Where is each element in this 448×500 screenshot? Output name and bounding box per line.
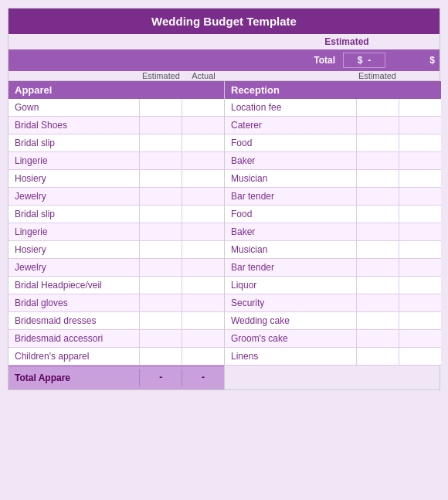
actual-cell[interactable] — [182, 134, 224, 151]
actual-cell[interactable] — [182, 330, 224, 347]
table-row: Bridal Headpiece/veil — [8, 277, 224, 294]
extra-cell-right[interactable] — [399, 330, 441, 347]
estimated-cell[interactable] — [139, 348, 182, 365]
actual-cell[interactable] — [182, 277, 224, 294]
estimated-cell-right[interactable] — [356, 99, 399, 116]
actual-cell[interactable] — [182, 223, 224, 240]
table-row: Bar tender — [225, 259, 441, 277]
estimated-cell[interactable] — [139, 241, 182, 258]
estimated-cell[interactable] — [139, 188, 182, 205]
table-row: Bridal slip — [8, 206, 224, 223]
extra-cell-right[interactable] — [399, 223, 441, 240]
extra-cell-right[interactable] — [399, 188, 441, 205]
list-item: Jewelry — [8, 189, 139, 204]
estimated-cell[interactable] — [139, 99, 182, 116]
table-row: Food — [225, 206, 441, 223]
estimated-cell[interactable] — [139, 170, 182, 187]
extra-cell-right[interactable] — [399, 152, 441, 169]
actual-cell[interactable] — [182, 152, 224, 169]
table-row: Security — [225, 294, 441, 312]
extra-cell-right[interactable] — [399, 259, 441, 276]
list-item: Food — [225, 135, 356, 151]
list-item: Lingerie — [8, 224, 139, 240]
table-row: Linens — [225, 348, 441, 366]
actual-cell[interactable] — [182, 99, 224, 116]
apparel-section-header: Apparel — [8, 81, 224, 99]
list-item: Musician — [225, 242, 356, 257]
estimated-cell-right[interactable] — [356, 223, 399, 240]
list-item: Bridesmaid dresses — [8, 313, 139, 328]
list-item: Bridal gloves — [8, 295, 139, 311]
estimated-cell-right[interactable] — [356, 117, 399, 134]
extra-cell-right[interactable] — [399, 294, 441, 311]
table-row: Hosiery — [8, 241, 224, 259]
table-row: Wedding cake — [225, 312, 441, 330]
table-row: Musician — [225, 241, 441, 259]
list-item: Wedding cake — [225, 313, 356, 328]
estimated-cell[interactable] — [139, 294, 182, 311]
extra-cell-right[interactable] — [399, 170, 441, 187]
actual-cell[interactable] — [182, 241, 224, 258]
apparel-total-estimated: - — [139, 369, 182, 386]
actual-cell[interactable] — [182, 206, 224, 223]
table-row: Bridesmaid accessori — [8, 330, 224, 348]
actual-cell[interactable] — [182, 294, 224, 311]
extra-cell-right[interactable] — [399, 241, 441, 258]
total-dollar-right: $ — [396, 55, 435, 66]
estimated-cell-right[interactable] — [356, 348, 399, 365]
list-item: Linens — [225, 349, 356, 364]
estimated-cell[interactable] — [139, 330, 182, 347]
table-row: Location fee — [225, 99, 441, 117]
estimated-cell[interactable] — [139, 223, 182, 240]
actual-cell[interactable] — [182, 188, 224, 205]
list-item: Bridal Headpiece/veil — [8, 277, 139, 293]
estimated-cell-right[interactable] — [356, 259, 399, 276]
actual-cell[interactable] — [182, 170, 224, 187]
extra-cell-right[interactable] — [399, 348, 441, 365]
estimated-cell-right[interactable] — [356, 277, 399, 294]
estimated-cell[interactable] — [139, 259, 182, 276]
estimated-cell[interactable] — [139, 277, 182, 294]
extra-cell-right[interactable] — [399, 312, 441, 329]
extra-cell-right[interactable] — [399, 117, 441, 134]
estimated-cell[interactable] — [139, 152, 182, 169]
table-row: Children's apparel — [8, 348, 224, 366]
list-item: Location fee — [225, 100, 356, 115]
estimated-cell-right[interactable] — [356, 241, 399, 258]
estimated-cell-right[interactable] — [356, 170, 399, 187]
apparel-total-actual: - — [182, 369, 224, 386]
estimated-cell-right[interactable] — [356, 152, 399, 169]
list-item: Musician — [225, 171, 356, 186]
actual-cell[interactable] — [182, 259, 224, 276]
estimated-cell[interactable] — [139, 134, 182, 151]
main-title: Wedding Budget Template — [8, 9, 440, 34]
table-row: Caterer — [225, 117, 441, 134]
actual-cell[interactable] — [182, 312, 224, 329]
actual-cell[interactable] — [182, 348, 224, 365]
list-item: Hosiery — [8, 242, 139, 257]
estimated-cell-right[interactable] — [356, 134, 399, 151]
estimated-cell-right[interactable] — [356, 188, 399, 205]
estimated-cell-right[interactable] — [356, 312, 399, 329]
estimated-header-label: Estimated — [300, 36, 393, 47]
extra-cell-right[interactable] — [399, 277, 441, 294]
extra-cell-right[interactable] — [399, 99, 441, 116]
list-item: Children's apparel — [8, 349, 139, 364]
actual-cell[interactable] — [182, 117, 224, 134]
estimated-cell-right[interactable] — [356, 294, 399, 311]
extra-cell-right[interactable] — [399, 134, 441, 151]
table-row: Groom's cake — [225, 330, 441, 348]
list-item: Bar tender — [225, 189, 356, 204]
estimated-cell-right[interactable] — [356, 330, 399, 347]
table-row: Musician — [225, 170, 441, 188]
estimated-cell-right[interactable] — [356, 206, 399, 223]
estimated-cell[interactable] — [139, 117, 182, 134]
table-row: Gown — [8, 99, 224, 117]
extra-cell-right[interactable] — [399, 206, 441, 223]
estimated-cell[interactable] — [139, 206, 182, 223]
table-row: Bridal Shoes — [8, 117, 224, 134]
table-row: Jewelry — [8, 259, 224, 277]
table-row: Bridal gloves — [8, 294, 224, 312]
estimated-cell[interactable] — [139, 312, 182, 329]
table-row: Bar tender — [225, 188, 441, 206]
